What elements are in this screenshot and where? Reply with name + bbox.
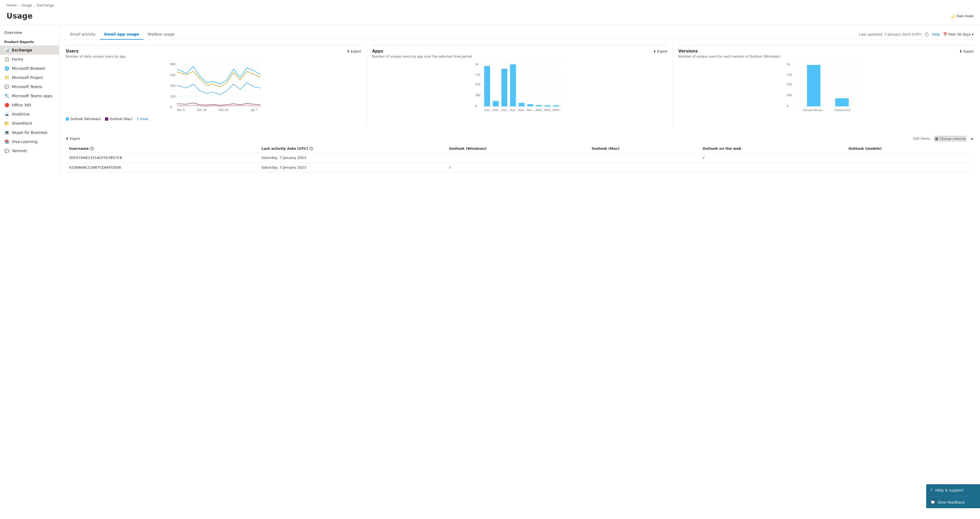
cell-web-2: [699, 163, 845, 172]
svg-text:0: 0: [170, 106, 172, 109]
sidebar-label-office365: Office 365: [12, 103, 31, 107]
page-header: Usage 🌙 Dark mode: [0, 11, 980, 25]
sidebar-item-forms[interactable]: 📋 Forms: [0, 55, 59, 64]
breadcrumb-home[interactable]: Home: [6, 3, 17, 7]
cell-last-activity-1: Saturday, 7 January 2023: [258, 153, 446, 163]
sidebar-item-overview[interactable]: Overview: [0, 28, 59, 37]
cell-mac-2: [589, 163, 700, 172]
sidebar-item-onedrive[interactable]: ☁️ OneDrive: [0, 110, 59, 119]
sidebar-label-project: Microsoft Project: [12, 75, 43, 80]
sidebar-item-microsoft-browser[interactable]: 🌐 Microsoft Browser: [0, 64, 59, 73]
sidebar-item-viva-learning[interactable]: 📚 Viva Learning: [0, 137, 59, 146]
last-activity-info-icon[interactable]: ⓘ: [309, 147, 313, 151]
sidebar-item-office-365[interactable]: 🔴 Office 365: [0, 100, 59, 110]
apps-chart-header: Apps ⬇ Export: [372, 45, 667, 54]
svg-rect-25: [493, 101, 499, 107]
help-link[interactable]: Help: [932, 32, 940, 37]
sidebar-item-skype[interactable]: 💻 Skype for Business: [0, 128, 59, 137]
col-username: Username ⓘ: [66, 144, 258, 153]
legend-dot-windows: [66, 118, 69, 121]
table-row: 3DC67DAE1351ACF5E3B57CB Saturday, 7 Janu…: [66, 153, 974, 163]
sidebar-item-microsoft-teams-apps[interactable]: 🔧 Microsoft Teams apps: [0, 91, 59, 100]
legend-dot-mac: [105, 118, 108, 121]
exchange-icon: 📊: [4, 48, 9, 53]
browser-icon: 🌐: [4, 66, 9, 71]
apps-export-button[interactable]: ⬇ Export: [653, 49, 667, 53]
svg-text:0: 0: [475, 105, 477, 107]
table-export-button[interactable]: ⬇ Export: [66, 137, 80, 140]
cell-web-1: √: [699, 153, 845, 163]
users-chart-area: 840 630 420 210 0: [66, 61, 361, 115]
cell-username-1: 3DC67DAE1351ACF5E3B57CB: [66, 153, 258, 163]
sidebar-item-exchange[interactable]: 📊 Exchange: [0, 46, 59, 55]
svg-text:770: 770: [475, 73, 480, 76]
sharepoint-icon: 📂: [4, 121, 9, 126]
legend-outlook-windows[interactable]: Outlook (Windows): [66, 117, 101, 121]
users-chart-panel: Users ⬇ Export Number of daily unique us…: [66, 45, 367, 126]
sidebar-label-yammer: Yammer: [12, 149, 27, 153]
breadcrumb-current: Exchange: [37, 3, 54, 7]
column-settings-icon[interactable]: ≡: [970, 137, 974, 141]
tab-email-activity[interactable]: Email activity: [66, 29, 100, 40]
svg-rect-29: [527, 104, 533, 107]
svg-text:Mobi...: Mobi...: [518, 109, 527, 111]
svg-rect-26: [501, 68, 507, 107]
table-toolbar: ⬇ Export 100 items ▦ Choose columns ≡: [66, 133, 974, 144]
tab-email-app-usage[interactable]: Email app usage: [100, 29, 143, 40]
page-title: Usage: [6, 11, 33, 21]
versions-export-button[interactable]: ⬇ Export: [959, 49, 974, 53]
sidebar-label-exchange: Exchange: [12, 48, 32, 52]
svg-text:IMAP...: IMAP...: [535, 109, 543, 111]
apps-chart-panel: Apps ⬇ Export Number of unique users by …: [367, 45, 673, 126]
apps-chart-subtitle: Number of unique users by app over the s…: [372, 55, 667, 59]
col-last-activity: Last activity date (UTC) ⓘ: [258, 144, 446, 153]
versions-chart-title: Versions: [678, 49, 698, 54]
svg-rect-32: [553, 105, 559, 107]
choose-columns-button[interactable]: ▦ Choose columns: [934, 136, 966, 141]
username-info-icon[interactable]: ⓘ: [90, 147, 94, 151]
sidebar-item-microsoft-teams[interactable]: 💬 Microsoft Teams: [0, 82, 59, 91]
sidebar-item-microsoft-project[interactable]: 📁 Microsoft Project: [0, 73, 59, 82]
svg-text:1k: 1k: [787, 63, 790, 66]
cell-windows-2: √: [446, 163, 589, 172]
svg-text:Outl...: Outl...: [501, 109, 509, 111]
project-icon: 📁: [4, 75, 9, 80]
col-outlook-web: Outlook on the web: [699, 144, 845, 153]
breadcrumb-usage[interactable]: Usage: [22, 3, 33, 7]
dark-mode-button[interactable]: 🌙 Dark mode: [950, 14, 974, 18]
sidebar-label-browser: Microsoft Browser: [12, 66, 46, 70]
breadcrumb: Home › Usage › Exchange: [0, 0, 980, 11]
breadcrumb-sep-2: ›: [34, 3, 35, 7]
tab-mailbox-usage[interactable]: Mailbox usage: [143, 29, 179, 40]
users-export-button[interactable]: ⬇ Export: [347, 49, 361, 53]
sidebar-item-yammer[interactable]: 💬 Yammer: [0, 146, 59, 155]
svg-text:770: 770: [787, 73, 792, 76]
period-selector[interactable]: 📅 Past 30 days ▾: [943, 32, 974, 37]
data-table: Username ⓘ Last activity date (UTC) ⓘ Ou…: [66, 144, 974, 172]
forms-icon: 📋: [4, 57, 9, 62]
cell-mobile-1: [845, 153, 974, 163]
skype-icon: 💻: [4, 130, 9, 135]
viva-icon: 📚: [4, 139, 9, 144]
svg-text:Jan 7: Jan 7: [251, 108, 258, 111]
sidebar-item-sharepoint[interactable]: 📂 SharePoint: [0, 119, 59, 128]
versions-chart-area: 1k 770 510 260 0: [678, 61, 974, 115]
dark-mode-label: Dark mode: [956, 14, 974, 18]
table-row: 91DBA6ACC58B7CDA6FDD08 Saturday, 7 Janua…: [66, 163, 974, 172]
svg-rect-53: [835, 98, 849, 107]
table-item-count: 100 items: [913, 137, 930, 140]
svg-text:SMTP...: SMTP...: [552, 109, 561, 111]
svg-text:1k: 1k: [475, 63, 479, 66]
sidebar-label-viva: Viva Learning: [12, 140, 37, 144]
svg-text:260: 260: [475, 94, 480, 97]
svg-text:Dec 29: Dec 29: [219, 108, 228, 111]
table-header-row: Username ⓘ Last activity date (UTC) ⓘ Ou…: [66, 144, 974, 153]
svg-rect-30: [536, 105, 542, 107]
cell-mobile-2: [845, 163, 974, 172]
breadcrumb-sep-1: ›: [18, 3, 20, 7]
help-info-icon[interactable]: ?: [925, 33, 929, 37]
svg-text:420: 420: [170, 84, 175, 87]
legend-more-link[interactable]: 7 more: [137, 117, 148, 121]
legend-outlook-mac[interactable]: Outlook (Mac): [105, 117, 132, 121]
teams-apps-icon: 🔧: [4, 94, 9, 98]
